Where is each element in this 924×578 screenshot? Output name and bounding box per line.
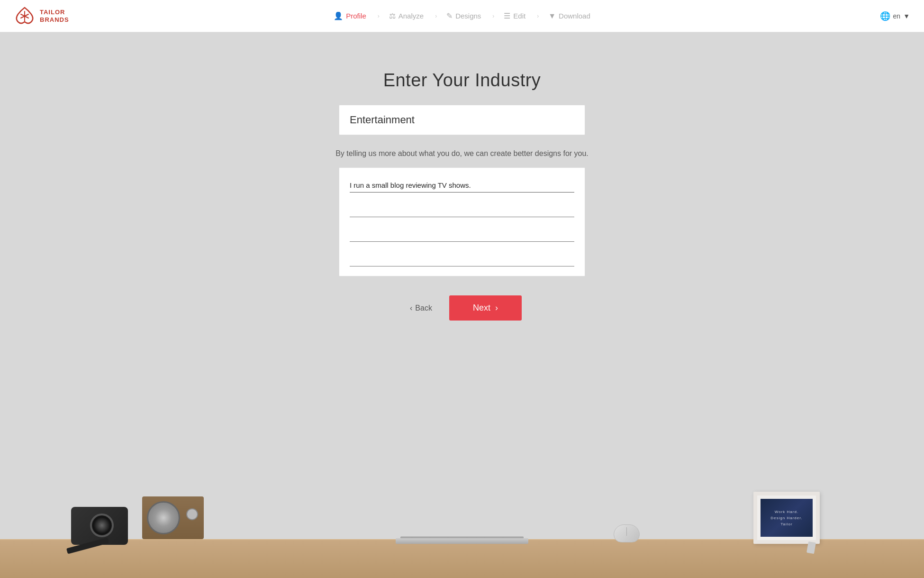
download-icon: ▼ — [548, 12, 556, 20]
radio-speaker — [147, 501, 180, 534]
nav-chevron-4: › — [537, 13, 539, 19]
page-title: Enter Your Industry — [383, 70, 541, 91]
back-chevron-icon: ‹ — [410, 304, 412, 312]
frame-text-2: Design Harder. — [770, 516, 802, 520]
edit-icon: ☰ — [504, 11, 510, 20]
nav-analyze[interactable]: ⚖ Analyze — [383, 9, 429, 23]
frame-text-3: Tailor — [780, 522, 792, 526]
analyze-icon: ⚖ — [389, 11, 396, 20]
laptop-base — [396, 538, 528, 544]
main-content: Enter Your Industry By telling us more a… — [0, 32, 924, 578]
navigation-buttons: ‹ Back Next › — [402, 295, 522, 321]
photo-frame-prop: Work Hard. Design Harder. Tailor — [753, 492, 820, 544]
radio-prop — [142, 496, 204, 544]
designs-icon: ✎ — [446, 11, 453, 20]
mouse-line — [626, 527, 627, 536]
industry-input-container — [339, 105, 585, 135]
industry-input[interactable] — [339, 105, 585, 135]
profile-icon: 👤 — [334, 11, 343, 20]
next-chevron-icon: › — [495, 303, 498, 313]
next-button[interactable]: Next › — [449, 295, 522, 321]
frame-text-1: Work Hard. — [775, 510, 798, 514]
globe-icon: 🌐 — [880, 11, 890, 21]
main-nav: 👤 Profile › ⚖ Analyze › ✎ Designs › ☰ Ed… — [328, 9, 596, 23]
desk-scene: Work Hard. Design Harder. Tailor — [0, 436, 924, 578]
camera-prop — [66, 493, 133, 545]
frame-outer: Work Hard. Design Harder. Tailor — [753, 492, 820, 544]
laptop-prop — [400, 536, 524, 544]
description-line-4 — [350, 251, 574, 266]
frame-inner: Work Hard. Design Harder. Tailor — [761, 499, 813, 537]
nav-chevron-3: › — [492, 13, 494, 19]
description-first-line: I run a small blog reviewing TV shows. — [350, 177, 574, 193]
chevron-down-icon: ▼ — [903, 12, 910, 20]
nav-profile[interactable]: 👤 Profile — [328, 9, 372, 23]
back-button[interactable]: ‹ Back — [402, 299, 440, 317]
radio-body — [142, 496, 204, 539]
logo-icon — [14, 6, 35, 27]
nav-edit[interactable]: ☰ Edit — [498, 9, 531, 23]
description-line-3 — [350, 227, 574, 242]
radio-knob — [186, 508, 198, 520]
header: TAILOR BRANDS 👤 Profile › ⚖ Analyze › ✎ … — [0, 0, 924, 32]
nav-download[interactable]: ▼ Download — [543, 9, 596, 23]
nav-chevron-2: › — [435, 13, 437, 19]
mouse-prop — [614, 524, 640, 542]
subtitle-text: By telling us more about what you do, we… — [335, 149, 589, 158]
logo-text: TAILOR BRANDS — [40, 9, 69, 23]
desk-surface — [0, 540, 924, 578]
description-line-2 — [350, 202, 574, 217]
camera-lens — [90, 514, 114, 537]
language-selector[interactable]: 🌐 en ▼ — [880, 11, 910, 21]
nav-chevron-1: › — [378, 13, 380, 19]
nav-designs[interactable]: ✎ Designs — [441, 9, 487, 23]
mouse-body — [614, 524, 640, 542]
description-container: I run a small blog reviewing TV shows. — [339, 167, 585, 276]
logo[interactable]: TAILOR BRANDS — [14, 6, 69, 27]
